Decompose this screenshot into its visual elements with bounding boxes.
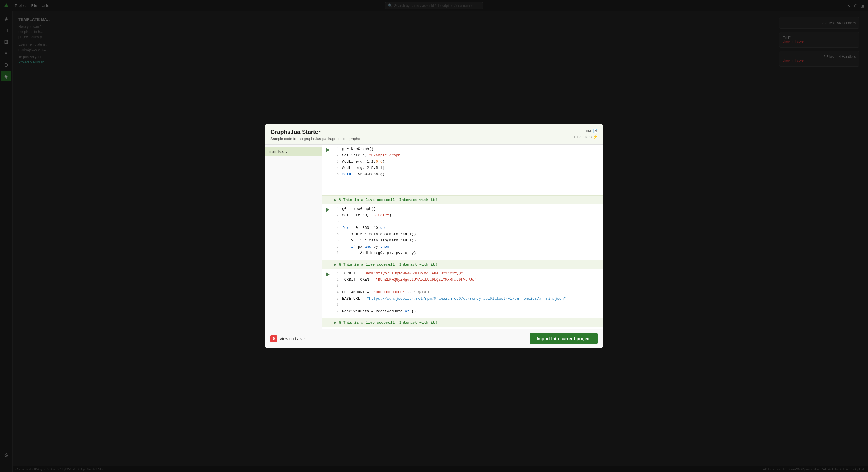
modal-overlay: Graphs.lua Starter Sample code for ao gr… [0, 0, 868, 472]
view-on-bazar[interactable]: B View on bazar [270, 335, 305, 342]
code-line: 8 AddLine(g0, px, py, x, y) [334, 251, 603, 257]
code-line: 7 if px and py then [334, 245, 603, 251]
modal-subtitle: Sample code for ao graphs.lua package to… [270, 136, 360, 141]
handlers-count: 1 Handlers ⚡ [574, 134, 598, 139]
code-line: 1 _ORBIT = "BaMK1dfayo75s3q1ow6A064UDpD9… [334, 271, 603, 278]
code-line: 4 for i=0, 360, 10 do [334, 226, 603, 232]
code-line: 5 BASE_URL = "https://cdn.jsdelivr.net/n… [334, 297, 603, 303]
code-line: 3 [334, 284, 603, 290]
code-line: 7 ReceivedData = ReceivedData or {} [334, 309, 603, 315]
code-cell-1: 1 g = NewGraph() 2 SetTitle(g, "Example … [322, 144, 603, 195]
cell-3-footer-run[interactable] [334, 321, 336, 325]
code-line: 6 [334, 303, 603, 309]
code-cell-2: 1 g0 = NewGraph() 2 SetTitle(g0, "Circle… [322, 204, 603, 260]
code-line: 1 g = NewGraph() [334, 147, 603, 153]
code-line: 2 SetTitle(g0, "Circle") [334, 213, 603, 220]
code-line: 3 [334, 220, 603, 226]
cell-1-run-button[interactable] [322, 144, 334, 195]
code-line: 3 AddLine(g, 1,1,6,6) [334, 160, 603, 166]
code-line: 1 g0 = NewGraph() [334, 207, 603, 213]
import-button[interactable]: Import Into current project [530, 333, 598, 344]
code-line: 4 AddLine(g, 2,5,5,1) [334, 166, 603, 172]
run-triangle-icon [326, 272, 330, 276]
modal-title: Graphs.lua Starter [270, 129, 360, 135]
modal: Graphs.lua Starter Sample code for ao gr… [265, 124, 603, 348]
cell-1-footer-run[interactable] [334, 198, 336, 202]
cell-2-footer-run[interactable] [334, 263, 336, 266]
cell-3-footer: § This is a live codecell! Interact with… [322, 318, 603, 327]
code-area[interactable]: 1 g = NewGraph() 2 SetTitle(g, "Example … [322, 144, 603, 329]
handlers-icon: ⚡ [593, 134, 598, 139]
cell-2-content: 1 g0 = NewGraph() 2 SetTitle(g0, "Circle… [334, 204, 603, 260]
code-line: 2 _ORBIT_TOKEN = "BUhZLMwQ6yZHguLtJYA5lL… [334, 278, 603, 284]
modal-footer: B View on bazar Import Into current proj… [265, 329, 603, 348]
cell-2-run-button[interactable] [322, 204, 334, 260]
run-triangle-icon [326, 208, 330, 212]
code-line: 6 y = 5 * math.sin(math.rad(i)) [334, 238, 603, 245]
modal-body: main.luanb 1 g = NewGraph() 2 [265, 144, 603, 329]
code-line: 4 FEE_AMOUNT = "1000000000000" -- 1 $0RB… [334, 290, 603, 297]
view-on-bazar-text: View on bazar [280, 336, 305, 341]
cell-3-content: 1 _ORBIT = "BaMK1dfayo75s3q1ow6A064UDpD9… [334, 269, 603, 318]
cell-2-footer: § This is a live codecell! Interact with… [322, 260, 603, 269]
code-line: 5 x = 5 * math.cos(math.rad(i)) [334, 232, 603, 238]
file-item-main[interactable]: main.luanb [265, 147, 322, 156]
bazar-icon: B [270, 335, 277, 342]
modal-close-button[interactable]: × [593, 128, 599, 134]
cell-1-footer: § This is a live codecell! Interact with… [322, 195, 603, 204]
cell-3-run-button[interactable] [322, 269, 334, 318]
file-list: main.luanb [265, 144, 322, 329]
code-cell-3: 1 _ORBIT = "BaMK1dfayo75s3q1ow6A064UDpD9… [322, 269, 603, 318]
modal-header: Graphs.lua Starter Sample code for ao gr… [265, 124, 603, 144]
cell-1-content: 1 g = NewGraph() 2 SetTitle(g, "Example … [334, 144, 603, 195]
code-line: 2 SetTitle(g, "Example graph") [334, 153, 603, 160]
run-triangle-icon [326, 148, 330, 152]
code-line: 5 return ShowGraph(g) [334, 172, 603, 178]
